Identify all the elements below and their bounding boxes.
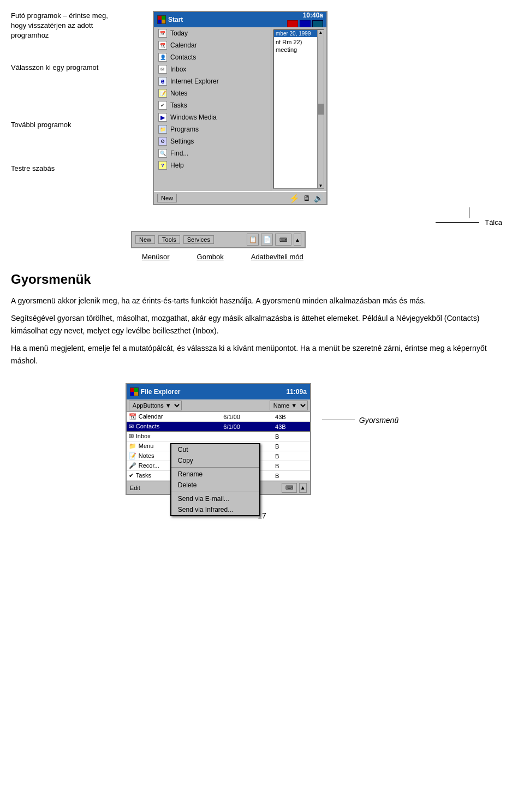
tasks-file-icon: ✔ [129,472,134,479]
talca-label: Tálca [485,218,502,226]
menu-item-programs[interactable]: 📁 Programs [154,123,271,135]
scrollbar-down[interactable]: ▼ [319,183,323,188]
scrollbar-thumb[interactable] [318,104,324,115]
gombok-label: Gombok [197,253,224,261]
content-item-2: meeting [276,46,322,53]
notes-icon: 📝 [158,89,167,98]
services-toolbar-btn[interactable]: Services [183,235,214,244]
gyors-section: Gyorsmenük A gyorsmenü akkor jelenik meg… [11,266,513,378]
wince-screenshot: Start 10:40a [153,11,327,205]
toolbar-screenshot: New Tools Services 📋 📄 ⌨ ▲ [131,231,306,248]
content-item-1: nf Rm 22) [276,39,322,45]
toolbar-scroll-btn[interactable]: ▲ [294,234,301,246]
contacts-icon: 👤 [158,53,167,62]
keyboard-icon[interactable]: ⌨ [275,234,291,246]
fe-time-label: 11:09a [286,388,306,396]
taskbar-icon-red [287,20,298,28]
gyors-para-2: Segítségével gyorsan törölhet, másolhat,… [11,312,513,337]
ctx-copy[interactable]: Copy [171,455,259,466]
start-flag-icon [157,15,166,24]
name-dropdown[interactable]: Name ▼ [270,401,308,410]
menu-item-ie[interactable]: e Internet Explorer [154,75,271,87]
content-date: mber 20, 1999 [274,30,324,37]
record-file-icon: 🎤 [129,462,136,469]
ie-icon: e [158,77,167,86]
menu-item-tasks[interactable]: ✔ Tasks [154,99,271,111]
fe-taskbar: File Explorer 11:09a [127,384,310,399]
tools-toolbar-btn[interactable]: Tools [158,235,180,244]
media-icon: ▶ [158,113,167,122]
page-number: 17 [11,500,513,526]
table-row-inbox[interactable]: ✉ Inbox B [127,432,310,441]
inbox-icon: ✉ [158,65,167,74]
menu-item-today[interactable]: 📅 Today [154,27,271,39]
contacts-file-icon: ✉ [129,423,134,430]
meniusor-label: Menüsor [142,253,170,261]
notes-file-icon: 📝 [129,452,136,459]
toolbar-icon1: 📋 [247,234,259,246]
menu-file-icon: 📁 [129,443,136,450]
fe-title-label: File Explorer [141,388,181,396]
new-button[interactable]: New [157,194,177,202]
label-select-program: Válasszon ki egy programot [11,63,109,73]
menu-item-find[interactable]: 🔍 Find... [154,147,271,159]
menu-item-settings[interactable]: ⚙ Settings [154,135,271,147]
adatbeviteli-label: Adatbeviteli mód [251,253,303,261]
menu-item-notes[interactable]: 📝 Notes [154,87,271,99]
new-toolbar-btn[interactable]: New [135,235,155,244]
toolbar-icon2: 📄 [261,234,273,246]
tasks-icon: ✔ [158,101,167,110]
label-running-programs: Futó programok – érintse meg, hogy vissz… [11,11,109,41]
ctx-cut[interactable]: Cut [171,444,259,455]
ctx-rename[interactable]: Rename [171,469,259,480]
gyors-para-1: A gyorsmenü akkor jelenik meg, ha az éri… [11,295,513,307]
menu-item-windows-media[interactable]: ▶ Windows Media [154,111,271,123]
taskbar-icon-teal [312,20,323,28]
start-button-label[interactable]: Start [168,16,183,23]
context-menu: Cut Copy Rename Delete Send via E-mail..… [170,443,260,516]
gyors-para-3: Ha a menü megjelent, emelje fel a mutató… [11,342,513,367]
label-customise: Testre szabás [11,164,109,174]
today-icon: 📅 [158,29,167,38]
help-icon: ? [158,161,167,170]
gyors-title: Gyorsmenük [11,272,513,287]
volume-icon: 🔊 [314,194,323,202]
fe-edit-button[interactable]: Edit [130,485,140,491]
lightning-icon: ⚡ [289,193,300,204]
taskbar-icon-blue [300,20,311,28]
calendar-file-icon: 📆 [129,413,136,420]
menu-item-help[interactable]: ? Help [154,159,271,171]
table-row-calendar[interactable]: 📆 Calendar 6/1/00 43B [127,412,310,422]
programs-icon: 📁 [158,125,167,134]
menu-item-inbox[interactable]: ✉ Inbox [154,63,271,75]
inbox-file-icon: ✉ [129,433,134,440]
network-icon: 🖥 [303,194,311,202]
taskbar: Start 10:40a [154,12,326,27]
file-explorer-screenshot: File Explorer 11:09a AppButtons ▼ Name ▼… [126,383,311,495]
settings-icon: ⚙ [158,137,167,146]
scrollbar-up[interactable]: ▲ [319,30,323,35]
fe-keyboard-icon[interactable]: ⌨ [282,483,297,493]
ctx-separator2 [171,492,259,492]
find-icon: 🔍 [158,149,167,158]
label-more-programs: További programok [11,120,109,130]
ctx-send-infrared[interactable]: Send via Infrared... [171,504,259,515]
ctx-delete[interactable]: Delete [171,480,259,491]
calendar-icon: 📆 [158,41,167,50]
table-row-contacts[interactable]: ✉ Contacts 6/1/00 43B [127,422,310,432]
menu-item-calendar[interactable]: 📆 Calendar [154,39,271,51]
appbuttons-dropdown[interactable]: AppButtons ▼ [129,401,182,410]
fe-scroll-btn[interactable]: ▲ [299,483,307,493]
taskbar-time: 10:40a [287,11,323,19]
menu-item-contacts[interactable]: 👤 Contacts [154,51,271,63]
ctx-separator1 [171,467,259,468]
ctx-send-email[interactable]: Send via E-mail... [171,493,259,504]
gyorsmenu-label: Gyorsmenü [359,416,398,425]
